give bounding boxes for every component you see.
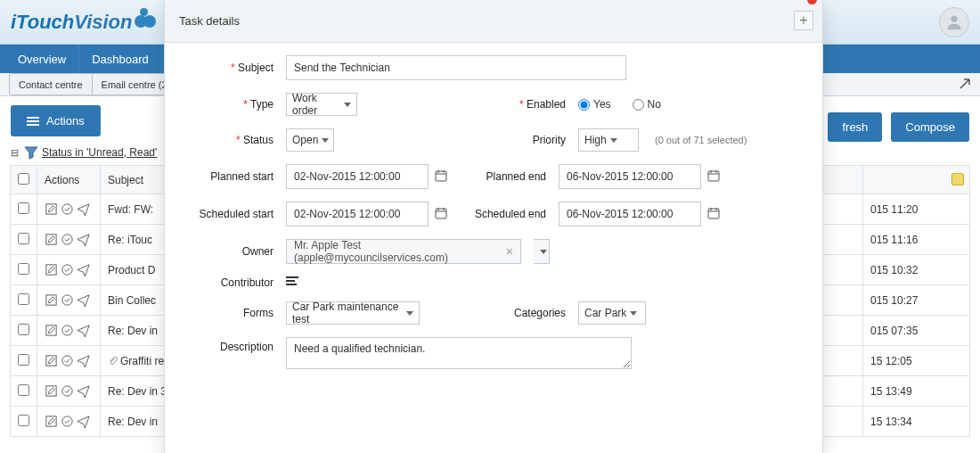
planned-start-input[interactable] (286, 164, 429, 189)
label-scheduled-end: Scheduled end (466, 208, 546, 220)
row-date: 15 12:05 (863, 346, 970, 376)
row-checkbox[interactable] (18, 415, 29, 426)
approve-icon[interactable] (61, 202, 75, 217)
compose-button[interactable]: Compose (891, 112, 969, 142)
label-subject: Subject (186, 62, 274, 74)
row-date: 15 13:49 (863, 376, 970, 407)
avatar[interactable] (939, 7, 969, 37)
svg-rect-15 (46, 416, 56, 425)
subject-input[interactable] (286, 55, 626, 80)
status-select[interactable]: Open (286, 128, 334, 152)
label-forms: Forms (186, 307, 274, 319)
svg-point-4 (62, 234, 72, 243)
svg-point-12 (62, 355, 72, 365)
approve-icon[interactable] (61, 263, 75, 277)
sort-indicator-icon (951, 173, 964, 185)
row-date: 015 11:20 (863, 194, 970, 225)
send-icon[interactable] (77, 293, 91, 308)
label-contributor: Contributor (186, 276, 274, 289)
modal-form: Subject Type Work order Enabled Yes No S… (165, 43, 822, 394)
popout-icon[interactable] (959, 78, 971, 94)
refresh-button[interactable]: fresh (828, 112, 882, 142)
label-type: Type (186, 98, 274, 111)
select-all-checkbox[interactable] (18, 173, 29, 185)
filter-link[interactable]: Status in 'Unread, Read' (42, 146, 157, 159)
row-checkbox[interactable] (18, 263, 29, 275)
send-icon[interactable] (77, 415, 91, 429)
svg-point-16 (62, 416, 72, 425)
row-checkbox[interactable] (18, 324, 29, 335)
edit-icon[interactable] (45, 384, 59, 399)
row-date: 015 07:35 (863, 316, 970, 346)
svg-rect-13 (46, 385, 56, 395)
edit-icon[interactable] (45, 293, 59, 308)
nav-overview[interactable]: Overview (5, 45, 79, 73)
approve-icon[interactable] (61, 384, 75, 399)
enabled-yes[interactable]: Yes (578, 98, 611, 111)
edit-icon[interactable] (45, 233, 59, 247)
description-textarea[interactable] (286, 337, 632, 369)
contributor-menu-icon[interactable] (286, 276, 300, 289)
col-checkbox (11, 166, 37, 194)
approve-icon[interactable] (61, 324, 75, 338)
type-select[interactable]: Work order (286, 93, 357, 116)
label-categories: Categories (486, 307, 566, 319)
send-icon[interactable] (77, 384, 91, 399)
label-status: Status (186, 134, 274, 146)
tree-collapse-icon[interactable]: ⊟ (11, 147, 19, 159)
svg-point-2 (62, 203, 72, 213)
owner-dropdown[interactable] (534, 239, 550, 264)
actions-button[interactable]: Actions (11, 105, 101, 136)
send-icon[interactable] (77, 233, 91, 247)
row-checkbox[interactable] (18, 384, 29, 396)
approve-icon[interactable] (61, 354, 75, 368)
edit-icon[interactable] (45, 324, 59, 338)
svg-rect-19 (436, 209, 446, 218)
attachment-icon (108, 356, 118, 367)
row-checkbox[interactable] (18, 202, 29, 214)
svg-rect-17 (436, 171, 446, 181)
col-actions: Actions (37, 166, 101, 194)
approve-icon[interactable] (61, 233, 75, 247)
calendar-icon[interactable] (434, 206, 448, 220)
scheduled-start-input[interactable] (286, 202, 429, 226)
svg-rect-18 (708, 171, 719, 181)
forms-select[interactable]: Car Park maintenance test (286, 301, 420, 325)
label-planned-start: Planned start (186, 170, 274, 183)
clear-owner-icon[interactable]: × (506, 244, 513, 259)
add-button[interactable]: + (794, 11, 813, 30)
edit-icon[interactable] (45, 202, 59, 217)
svg-point-14 (62, 385, 72, 395)
row-checkbox[interactable] (18, 354, 29, 366)
col-date[interactable] (863, 166, 970, 194)
row-checkbox[interactable] (18, 233, 29, 244)
edit-icon[interactable] (45, 415, 59, 429)
enabled-no[interactable]: No (633, 98, 661, 111)
calendar-icon[interactable] (706, 206, 721, 220)
edit-icon[interactable] (45, 263, 59, 277)
modal-title: Task details (179, 14, 240, 28)
approve-icon[interactable] (61, 415, 75, 429)
svg-point-0 (951, 15, 957, 21)
right-buttons: fresh Compose (828, 112, 969, 142)
funnel-icon (24, 145, 38, 160)
svg-point-10 (62, 325, 72, 334)
tab-contact-centre[interactable]: Contact centre (9, 73, 93, 95)
edit-icon[interactable] (45, 354, 59, 368)
priority-select[interactable]: High (578, 128, 639, 152)
row-date: 15 13:34 (863, 407, 970, 437)
send-icon[interactable] (77, 263, 91, 277)
nav-dashboard[interactable]: Dashboard (79, 45, 162, 73)
row-date: 015 10:32 (863, 255, 970, 285)
owner-field[interactable]: Mr. Apple Test (apple@mycouncilservices.… (286, 239, 521, 264)
calendar-icon[interactable] (434, 169, 448, 183)
scheduled-end-input[interactable] (559, 202, 701, 226)
calendar-icon[interactable] (706, 169, 721, 183)
approve-icon[interactable] (61, 293, 75, 308)
planned-end-input[interactable] (559, 164, 701, 189)
send-icon[interactable] (77, 202, 91, 217)
row-checkbox[interactable] (18, 293, 29, 305)
categories-select[interactable]: Car Park (578, 301, 646, 325)
send-icon[interactable] (77, 354, 91, 368)
send-icon[interactable] (77, 324, 91, 338)
